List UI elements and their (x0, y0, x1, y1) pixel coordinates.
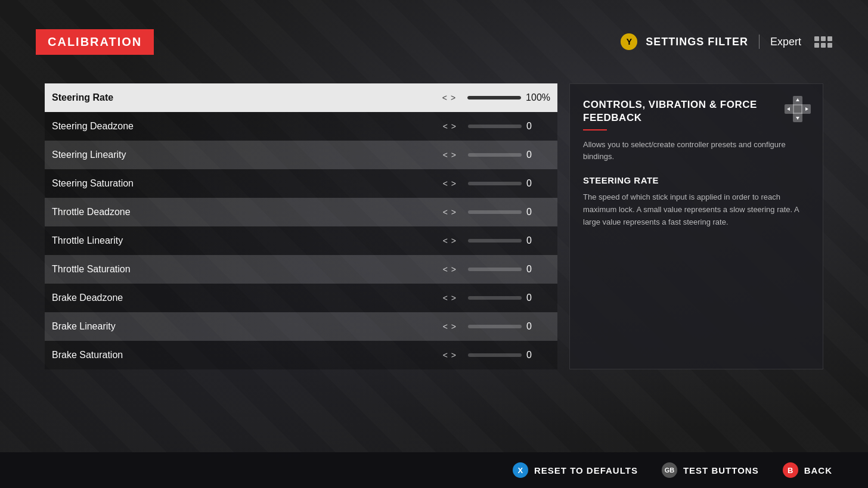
row-label: Brake Saturation (52, 350, 443, 360)
grid-cell (814, 43, 819, 48)
arrow-control[interactable]: <> (442, 93, 455, 102)
row-label: Steering Linearity (52, 150, 443, 160)
info-panel: CONTROLS, VIBRATION & FORCE FEEDBACK All… (569, 83, 823, 369)
row-label: Steering Saturation (52, 178, 443, 189)
arrow-left-icon[interactable]: < (443, 293, 448, 303)
arrow-right-icon[interactable]: > (451, 179, 456, 188)
table-row[interactable]: Brake Saturation<>0 (45, 341, 557, 369)
grid-cell (821, 43, 826, 48)
grid-cell (827, 36, 832, 41)
row-value: 0 (526, 350, 550, 360)
row-value: 0 (526, 264, 550, 275)
row-value: 0 (526, 121, 550, 132)
arrow-right-icon[interactable]: > (451, 207, 456, 217)
y-button-icon[interactable]: Y (621, 33, 637, 50)
slider-bar (468, 125, 522, 128)
arrow-right-icon[interactable]: > (451, 350, 456, 360)
row-value: 0 (526, 235, 550, 246)
reset-defaults-label: RESET TO DEFAULTS (534, 465, 638, 475)
arrow-control[interactable]: <> (443, 322, 456, 331)
svg-rect-4 (793, 104, 802, 114)
table-row[interactable]: Steering Linearity<>0 (45, 141, 557, 169)
row-value: 0 (526, 293, 550, 303)
arrow-right-icon[interactable]: > (451, 93, 455, 102)
arrow-right-icon[interactable]: > (451, 122, 456, 131)
grid-view-icon[interactable] (814, 36, 832, 48)
info-panel-title: CONTROLS, VIBRATION & FORCE FEEDBACK (583, 98, 810, 125)
slider-bar (467, 96, 521, 100)
table-row[interactable]: Throttle Saturation<>0 (45, 255, 557, 284)
arrow-left-icon[interactable]: < (443, 236, 448, 245)
arrow-left-icon[interactable]: < (443, 350, 448, 360)
arrow-left-icon[interactable]: < (443, 179, 448, 188)
arrow-control[interactable]: <> (443, 179, 456, 188)
arrow-left-icon[interactable]: < (443, 265, 448, 274)
arrow-control[interactable]: <> (443, 350, 456, 360)
settings-filter-area: Y SETTINGS FILTER Expert (621, 33, 832, 50)
dpad-icon (785, 96, 811, 122)
b-button-icon: B (783, 462, 798, 478)
test-buttons-label: TEST BUTTONS (683, 465, 759, 475)
x-button-icon: X (513, 462, 528, 478)
arrow-right-icon[interactable]: > (451, 236, 456, 245)
main-content: Steering Rate<>100%Steering Deadzone<>0S… (45, 83, 823, 369)
filter-divider (759, 35, 760, 49)
row-label: Throttle Saturation (52, 264, 443, 275)
row-value: 0 (526, 321, 550, 332)
header: CALIBRATION Y SETTINGS FILTER Expert (0, 0, 868, 83)
grid-cell (821, 36, 826, 41)
row-label: Brake Deadzone (52, 293, 443, 303)
arrow-right-icon[interactable]: > (451, 293, 456, 303)
row-value: 0 (526, 150, 550, 160)
arrow-left-icon[interactable]: < (443, 207, 448, 217)
info-description: Allows you to select/create controller p… (583, 139, 810, 162)
table-row[interactable]: Steering Deadzone<>0 (45, 112, 557, 141)
arrow-right-icon[interactable]: > (451, 265, 456, 274)
reset-defaults-action[interactable]: X RESET TO DEFAULTS (513, 462, 638, 478)
row-label: Steering Deadzone (52, 121, 443, 132)
table-row[interactable]: Throttle Deadzone<>0 (45, 198, 557, 226)
slider-bar (468, 153, 522, 157)
slider-bar (468, 268, 522, 271)
grid-cell (827, 43, 832, 48)
arrow-control[interactable]: <> (443, 207, 456, 217)
table-row[interactable]: Steering Rate<>100% (45, 83, 557, 112)
info-section-title: STEERING RATE (583, 175, 810, 185)
table-row[interactable]: Brake Linearity<>0 (45, 312, 557, 341)
bottom-bar: X RESET TO DEFAULTS GB TEST BUTTONS B BA… (0, 452, 868, 488)
test-buttons-action[interactable]: GB TEST BUTTONS (662, 462, 759, 478)
arrow-control[interactable]: <> (443, 122, 456, 131)
slider-bar (468, 296, 522, 300)
row-label: Steering Rate (52, 92, 442, 103)
settings-list: Steering Rate<>100%Steering Deadzone<>0S… (45, 83, 557, 369)
table-row[interactable]: Steering Saturation<>0 (45, 169, 557, 198)
back-action[interactable]: B BACK (783, 462, 832, 478)
arrow-left-icon[interactable]: < (443, 122, 448, 131)
row-value: 0 (526, 207, 550, 217)
calibration-panel: Steering Rate<>100%Steering Deadzone<>0S… (45, 83, 557, 369)
info-section-text: The speed of which stick input is applie… (583, 191, 810, 228)
arrow-right-icon[interactable]: > (451, 150, 456, 160)
row-label: Throttle Linearity (52, 235, 443, 246)
info-title-underline (583, 129, 607, 130)
settings-filter-label: SETTINGS FILTER (646, 36, 748, 48)
arrow-left-icon[interactable]: < (443, 322, 448, 331)
arrow-control[interactable]: <> (443, 236, 456, 245)
arrow-left-icon[interactable]: < (443, 150, 448, 160)
arrow-control[interactable]: <> (443, 150, 456, 160)
back-label: BACK (804, 465, 832, 475)
expert-label: Expert (770, 36, 801, 48)
table-row[interactable]: Throttle Linearity<>0 (45, 226, 557, 255)
arrow-left-icon[interactable]: < (442, 93, 447, 102)
row-value: 0 (526, 178, 550, 189)
arrow-control[interactable]: <> (443, 265, 456, 274)
slider-bar (468, 239, 522, 243)
row-value: 100% (526, 92, 550, 103)
slider-bar (468, 325, 522, 328)
row-label: Throttle Deadzone (52, 207, 443, 217)
arrow-right-icon[interactable]: > (451, 322, 456, 331)
grid-cell (814, 36, 819, 41)
row-label: Brake Linearity (52, 321, 443, 332)
arrow-control[interactable]: <> (443, 293, 456, 303)
table-row[interactable]: Brake Deadzone<>0 (45, 284, 557, 312)
